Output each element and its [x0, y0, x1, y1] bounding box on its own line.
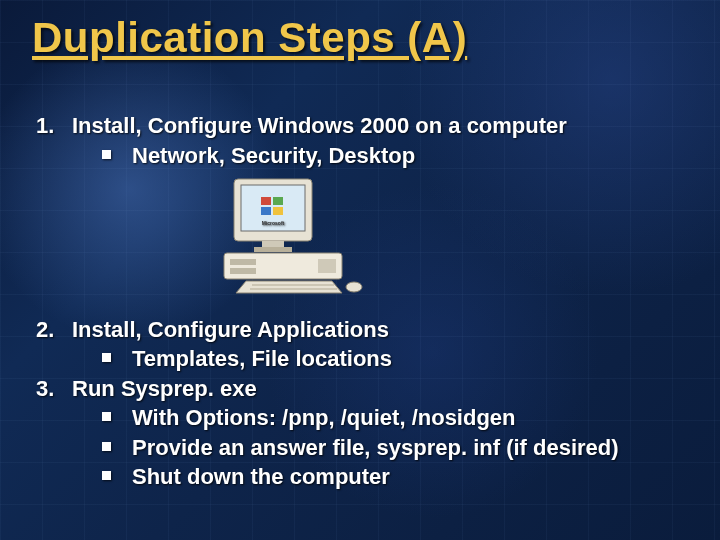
square-bullet-icon — [102, 142, 132, 170]
sub-list-text: Network, Security, Desktop — [132, 142, 676, 170]
svg-text:Microsoft: Microsoft — [262, 220, 285, 226]
list-text: Install, Configure Windows 2000 on a com… — [72, 112, 676, 140]
sub-list-text: Shut down the computer — [132, 463, 676, 491]
square-bullet-icon — [102, 463, 132, 491]
sub-list-text: With Options: /pnp, /quiet, /nosidgen — [132, 404, 676, 432]
slide: Duplication Steps (A) 1. Install, Config… — [0, 0, 720, 540]
svg-rect-7 — [262, 241, 284, 247]
svg-rect-2 — [261, 197, 271, 205]
list-text: Run Sysprep. exe — [72, 375, 676, 403]
sub-list-item: Templates, File locations — [102, 345, 676, 373]
list-item: 1. Install, Configure Windows 2000 on a … — [36, 112, 676, 140]
square-bullet-icon — [102, 434, 132, 462]
computer-image: Microsoft — [206, 175, 676, 302]
svg-rect-8 — [254, 247, 292, 252]
square-bullet-icon — [102, 404, 132, 432]
svg-rect-4 — [261, 207, 271, 215]
sub-list-text: Provide an answer file, sysprep. inf (if… — [132, 434, 676, 462]
sub-list-item: Network, Security, Desktop — [102, 142, 676, 170]
computer-icon: Microsoft — [206, 175, 366, 295]
list-number: 2. — [36, 316, 72, 344]
list-text: Install, Configure Applications — [72, 316, 676, 344]
list-number: 3. — [36, 375, 72, 403]
slide-title: Duplication Steps (A) — [32, 14, 467, 62]
svg-rect-11 — [230, 268, 256, 274]
svg-rect-10 — [230, 259, 256, 265]
sub-list-item: Shut down the computer — [102, 463, 676, 491]
svg-marker-13 — [236, 281, 342, 293]
slide-body: 1. Install, Configure Windows 2000 on a … — [36, 112, 676, 493]
sub-list-item: With Options: /pnp, /quiet, /nosidgen — [102, 404, 676, 432]
svg-rect-3 — [273, 197, 283, 205]
sub-list-item: Provide an answer file, sysprep. inf (if… — [102, 434, 676, 462]
list-item: 2. Install, Configure Applications — [36, 316, 676, 344]
svg-point-16 — [346, 282, 362, 292]
svg-rect-5 — [273, 207, 283, 215]
svg-rect-12 — [318, 259, 336, 273]
square-bullet-icon — [102, 345, 132, 373]
list-item: 3. Run Sysprep. exe — [36, 375, 676, 403]
sub-list-text: Templates, File locations — [132, 345, 676, 373]
list-number: 1. — [36, 112, 72, 140]
